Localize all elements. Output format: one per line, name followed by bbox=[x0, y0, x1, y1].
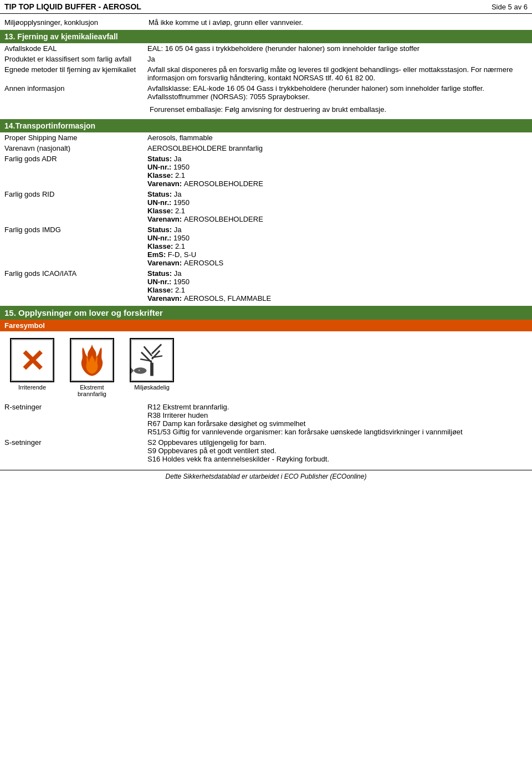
forurenset-note: Forurenset emballasje: Følg anvisning fo… bbox=[0, 102, 532, 117]
row-value: Avfallsklasse: EAL-kode 16 05 04 Gass i … bbox=[143, 83, 532, 102]
table-row: Farlig gods RIDStatus: JaUN-nr.: 1950Kla… bbox=[0, 189, 532, 224]
section-13: 13. Fjerning av kjemikalieavfall Avfalls… bbox=[0, 30, 532, 117]
r-s-setninger-table: R-setningerR12 Ekstremt brannfarlig.R38 … bbox=[0, 402, 532, 464]
row-value: Status: JaUN-nr.: 1950Klasse: 2.1Varenav… bbox=[143, 153, 532, 189]
table-row: Varenavn (nasjonalt)AEROSOLBEHOLDERE bra… bbox=[0, 143, 532, 153]
svg-text:✕: ✕ bbox=[19, 344, 45, 378]
row-label: Proper Shipping Name bbox=[0, 132, 143, 143]
s-setninger-value: S2 Oppbevares utilgjengelig for barn.S9 … bbox=[143, 437, 532, 464]
intro-label: Miljøopplysninger, konklusjon bbox=[4, 18, 149, 27]
row-value: Aerosols, flammable bbox=[143, 132, 532, 143]
svg-rect-4 bbox=[150, 363, 154, 376]
row-label: Avfallskode EAL bbox=[0, 43, 143, 54]
irriterende-icon: ✕ bbox=[10, 338, 54, 382]
row-value: Ja bbox=[143, 54, 532, 64]
section-15-heading: 15. Opplysninger om lover og forskrifter bbox=[0, 306, 532, 320]
row-label: Farlig gods ICAO/IATA bbox=[0, 268, 143, 304]
page-header: TIP TOP LIQUID BUFFER - AEROSOL Side 5 a… bbox=[0, 0, 532, 14]
row-value: Status: JaUN-nr.: 1950Klasse: 2.1EmS: F-… bbox=[143, 224, 532, 268]
section-13-table: Avfallskode EALEAL: 16 05 04 gass i tryk… bbox=[0, 43, 532, 102]
intro-row: Miljøopplysninger, konklusjon Må ikke ko… bbox=[0, 17, 532, 30]
footer: Dette Sikkerhetsdatablad er utarbeidet i… bbox=[0, 470, 532, 483]
r-setninger-label: R-setninger bbox=[0, 402, 143, 437]
hazard-symbols-row: ✕ Irriterende Ekstremtbrannfarlig bbox=[0, 334, 532, 402]
r-setninger-value: R12 Ekstremt brannfarlig.R38 Irriterer h… bbox=[143, 402, 532, 437]
footer-text: Dette Sikkerhetsdatablad er utarbeidet i… bbox=[166, 473, 367, 480]
section-14: 14.Transportinformasjon Proper Shipping … bbox=[0, 119, 532, 304]
table-row: Proper Shipping NameAerosols, flammable bbox=[0, 132, 532, 143]
section-15: 15. Opplysninger om lover og forskrifter… bbox=[0, 306, 532, 464]
table-row: Farlig gods ADRStatus: JaUN-nr.: 1950Kla… bbox=[0, 153, 532, 189]
hazard-symbol-brannfarlig: Ekstremtbrannfarlig bbox=[64, 338, 120, 397]
table-row: Farlig gods ICAO/IATAStatus: JaUN-nr.: 1… bbox=[0, 268, 532, 304]
irriterende-label: Irriterende bbox=[18, 384, 46, 391]
miljoskadelig-icon: × bbox=[130, 338, 174, 382]
table-row: Avfallskode EALEAL: 16 05 04 gass i tryk… bbox=[0, 43, 532, 54]
row-value: Status: JaUN-nr.: 1950Klasse: 2.1Varenav… bbox=[143, 268, 532, 304]
miljoskadelig-label: Miljøskadelig bbox=[134, 384, 170, 391]
row-value: AEROSOLBEHOLDERE brannfarlig bbox=[143, 143, 532, 153]
brannfarlig-icon bbox=[70, 338, 114, 382]
table-row: Egnede metoder til fjerning av kjemikali… bbox=[0, 64, 532, 83]
row-label: Farlig gods RID bbox=[0, 189, 143, 224]
row-label: Varenavn (nasjonalt) bbox=[0, 143, 143, 153]
section-13-heading: 13. Fjerning av kjemikalieavfall bbox=[0, 30, 532, 43]
hazard-symbol-miljoskadelig: × Miljøskadelig bbox=[124, 338, 180, 397]
svg-text:×: × bbox=[138, 368, 140, 372]
row-label: Produktet er klassifisert som farlig avf… bbox=[0, 54, 143, 64]
row-label: Farlig gods ADR bbox=[0, 153, 143, 189]
table-row: Produktet er klassifisert som farlig avf… bbox=[0, 54, 532, 64]
page-number: Side 5 av 6 bbox=[492, 3, 528, 11]
row-label: Annen informasjon bbox=[0, 83, 143, 102]
row-label: Farlig gods IMDG bbox=[0, 224, 143, 268]
table-row: R-setningerR12 Ekstremt brannfarlig.R38 … bbox=[0, 402, 532, 437]
table-row: Farlig gods IMDGStatus: JaUN-nr.: 1950Kl… bbox=[0, 224, 532, 268]
intro-value: Må ikke komme ut i avløp, grunn eller va… bbox=[149, 18, 528, 27]
s-setninger-label: S-setninger bbox=[0, 437, 143, 464]
section-14-heading: 14.Transportinformasjon bbox=[0, 119, 532, 132]
table-row: S-setningerS2 Oppbevares utilgjengelig f… bbox=[0, 437, 532, 464]
table-row: Annen informasjonAvfallsklasse: EAL-kode… bbox=[0, 83, 532, 102]
row-label: Egnede metoder til fjerning av kjemikali… bbox=[0, 64, 143, 83]
page-title: TIP TOP LIQUID BUFFER - AEROSOL bbox=[4, 2, 141, 11]
row-value: Avfall skal disponeres på en forsvarlig … bbox=[143, 64, 532, 83]
brannfarlig-label: Ekstremtbrannfarlig bbox=[78, 384, 106, 397]
hazard-symbol-irriterende: ✕ Irriterende bbox=[4, 338, 60, 397]
row-value: EAL: 16 05 04 gass i trykkbeholdere (her… bbox=[143, 43, 532, 54]
row-value: Status: JaUN-nr.: 1950Klasse: 2.1Varenav… bbox=[143, 189, 532, 224]
section-14-table: Proper Shipping NameAerosols, flammableV… bbox=[0, 132, 532, 304]
faresymbol-heading: Faresymbol bbox=[0, 320, 532, 331]
